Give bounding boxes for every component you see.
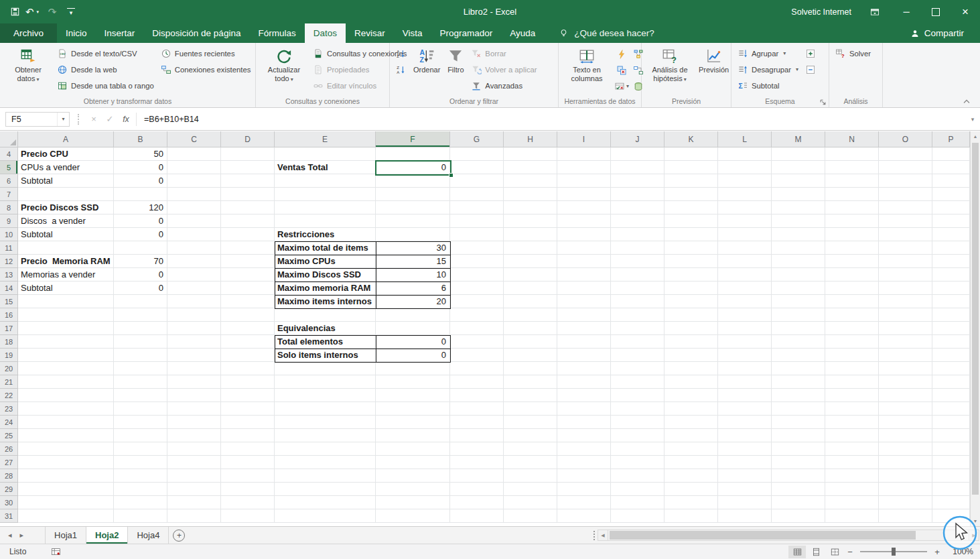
cell-P10[interactable]: [932, 228, 970, 241]
cell-K22[interactable]: [664, 389, 718, 402]
cell-E10[interactable]: Restricciones: [275, 228, 376, 241]
cell-G5[interactable]: [450, 161, 504, 174]
cell-E4[interactable]: [275, 147, 376, 161]
cell-M23[interactable]: [772, 402, 825, 416]
horizontal-scrollbar[interactable]: ◀ ▶: [598, 527, 980, 544]
cell-J20[interactable]: [611, 362, 664, 375]
cell-G26[interactable]: [450, 442, 504, 456]
cell-E17[interactable]: Equivalencias: [275, 322, 376, 335]
cell-P11[interactable]: [932, 241, 970, 255]
cell-L7[interactable]: [718, 188, 772, 201]
cell-D23[interactable]: [221, 402, 275, 416]
cell-O15[interactable]: [879, 295, 932, 308]
cell-G24[interactable]: [450, 416, 504, 429]
cell-F22[interactable]: [376, 389, 450, 402]
cell-D15[interactable]: [221, 295, 275, 308]
cell-M22[interactable]: [772, 389, 825, 402]
cell-I16[interactable]: [557, 308, 611, 322]
cell-B24[interactable]: [114, 416, 167, 429]
cell-I12[interactable]: [557, 255, 611, 268]
cell-K21[interactable]: [664, 375, 718, 389]
account-name[interactable]: Solvetic Internet: [791, 7, 851, 17]
cell-J29[interactable]: [611, 483, 664, 496]
cell-I23[interactable]: [557, 402, 611, 416]
cell-K6[interactable]: [664, 174, 718, 188]
row-header-16[interactable]: 16: [0, 308, 18, 322]
cell-E21[interactable]: [275, 375, 376, 389]
cell-B10[interactable]: 0: [114, 228, 167, 241]
row-header-12[interactable]: 12: [0, 255, 18, 268]
cell-I10[interactable]: [557, 228, 611, 241]
cell-N30[interactable]: [825, 496, 879, 509]
cell-N31[interactable]: [825, 509, 879, 523]
row-header-13[interactable]: 13: [0, 268, 18, 282]
column-header-H[interactable]: H: [504, 131, 557, 147]
actualizar-todo-button[interactable]: Actualizar todo▾: [260, 45, 308, 85]
cell-E28[interactable]: [275, 469, 376, 483]
cell-B11[interactable]: [114, 241, 167, 255]
cell-L23[interactable]: [718, 402, 772, 416]
cell-B6[interactable]: 0: [114, 174, 167, 188]
cell-D12[interactable]: [221, 255, 275, 268]
cell-N29[interactable]: [825, 483, 879, 496]
cell-I27[interactable]: [557, 456, 611, 469]
column-header-K[interactable]: K: [664, 131, 718, 147]
cell-I8[interactable]: [557, 201, 611, 214]
cell-H29[interactable]: [504, 483, 557, 496]
row-header-31[interactable]: 31: [0, 509, 18, 523]
cell-H14[interactable]: [504, 282, 557, 295]
cell-G27[interactable]: [450, 456, 504, 469]
cell-L4[interactable]: [718, 147, 772, 161]
cell-J28[interactable]: [611, 469, 664, 483]
zoom-slider-thumb[interactable]: [892, 548, 896, 556]
save-icon[interactable]: [7, 4, 23, 20]
cell-P24[interactable]: [932, 416, 970, 429]
cell-C22[interactable]: [167, 389, 221, 402]
cell-C12[interactable]: [167, 255, 221, 268]
cell-J15[interactable]: [611, 295, 664, 308]
cell-C30[interactable]: [167, 496, 221, 509]
cell-D8[interactable]: [221, 201, 275, 214]
horizontal-scroll-thumb[interactable]: [610, 531, 916, 540]
cell-L27[interactable]: [718, 456, 772, 469]
cell-A21[interactable]: [18, 375, 114, 389]
cell-I17[interactable]: [557, 322, 611, 335]
cell-K9[interactable]: [664, 214, 718, 228]
dialog-launcher-icon[interactable]: [819, 99, 827, 106]
cell-C31[interactable]: [167, 509, 221, 523]
cell-G20[interactable]: [450, 362, 504, 375]
cell-M18[interactable]: [772, 335, 825, 349]
column-header-D[interactable]: D: [221, 131, 275, 147]
cell-A11[interactable]: [18, 241, 114, 255]
cell-O5[interactable]: [879, 161, 932, 174]
cell-F29[interactable]: [376, 483, 450, 496]
cell-A7[interactable]: [18, 188, 114, 201]
cell-A14[interactable]: Subtotal: [18, 282, 114, 295]
row-header-9[interactable]: 9: [0, 214, 18, 228]
vertical-scroll-thumb[interactable]: [972, 143, 979, 495]
cell-N8[interactable]: [825, 201, 879, 214]
cell-O8[interactable]: [879, 201, 932, 214]
tab-scrollbar-splitter[interactable]: [591, 527, 598, 544]
cell-F16[interactable]: [376, 308, 450, 322]
row-header-7[interactable]: 7: [0, 188, 18, 201]
scroll-right-icon[interactable]: ▶: [969, 530, 979, 541]
cell-H7[interactable]: [504, 188, 557, 201]
spreadsheet-grid[interactable]: ABCDEFGHIJKLMNOP456789101112131415161718…: [0, 131, 970, 526]
cell-L8[interactable]: [718, 201, 772, 214]
cell-L20[interactable]: [718, 362, 772, 375]
cell-F10[interactable]: [376, 228, 450, 241]
cell-F4[interactable]: [376, 147, 450, 161]
cell-C15[interactable]: [167, 295, 221, 308]
cell-N9[interactable]: [825, 214, 879, 228]
cell-B21[interactable]: [114, 375, 167, 389]
cell-D24[interactable]: [221, 416, 275, 429]
hide-detail-button[interactable]: [803, 62, 818, 76]
cell-M29[interactable]: [772, 483, 825, 496]
cell-O30[interactable]: [879, 496, 932, 509]
cell-C20[interactable]: [167, 362, 221, 375]
cell-D7[interactable]: [221, 188, 275, 201]
cell-B25[interactable]: [114, 429, 167, 442]
cell-F8[interactable]: [376, 201, 450, 214]
cell-A25[interactable]: [18, 429, 114, 442]
